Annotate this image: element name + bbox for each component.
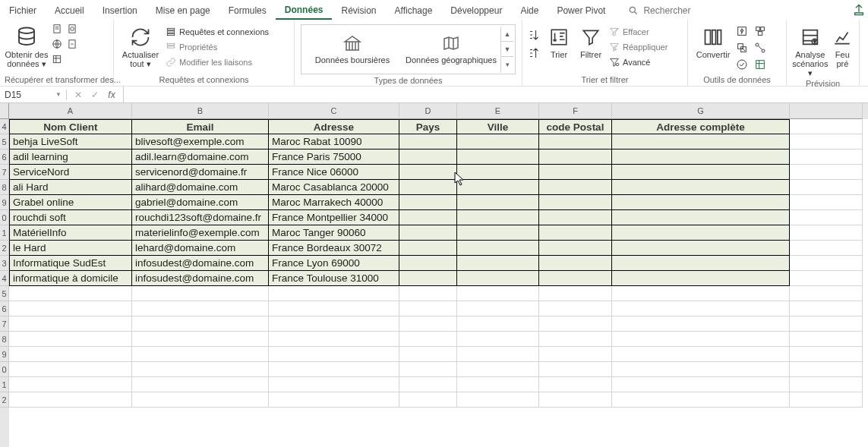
cell[interactable] xyxy=(539,332,612,347)
filter-button[interactable]: Filtrer xyxy=(576,21,606,59)
row-header[interactable]: 4 xyxy=(0,119,9,134)
cell[interactable] xyxy=(539,241,612,256)
cell[interactable] xyxy=(539,392,612,408)
row-header[interactable]: 0 xyxy=(0,210,9,225)
cell[interactable]: France Bordeaux 30072 xyxy=(269,241,399,256)
cell[interactable] xyxy=(9,301,132,316)
row-header[interactable]: 8 xyxy=(0,332,9,347)
relationships-button[interactable] xyxy=(753,41,767,55)
cell[interactable] xyxy=(457,392,539,408)
cell[interactable] xyxy=(457,377,539,392)
cell[interactable] xyxy=(399,225,457,241)
share-icon[interactable] xyxy=(853,4,865,18)
cell[interactable] xyxy=(539,286,612,301)
cell[interactable] xyxy=(457,362,539,377)
table-header-cell[interactable]: Nom Client xyxy=(9,119,132,134)
row-header[interactable]: 2 xyxy=(0,241,9,256)
cell[interactable] xyxy=(457,165,539,180)
cell[interactable] xyxy=(612,165,790,180)
cell[interactable] xyxy=(399,150,457,165)
cell[interactable] xyxy=(269,316,399,332)
cell[interactable] xyxy=(612,271,790,286)
row-header[interactable]: 3 xyxy=(0,256,9,271)
cell[interactable]: Maroc Casablanca 20000 xyxy=(269,180,399,195)
reapply-button[interactable]: Réappliquer xyxy=(608,41,669,53)
cell[interactable] xyxy=(539,134,612,150)
tab-insertion[interactable]: Insertion xyxy=(93,2,147,19)
data-model-button[interactable] xyxy=(753,58,767,71)
cell[interactable]: rouchdi123soft@domaine.fr xyxy=(132,210,269,225)
search-input[interactable] xyxy=(643,5,719,16)
gallery-more-icon[interactable]: ▾ xyxy=(501,57,513,72)
cell[interactable] xyxy=(539,377,612,392)
cell[interactable]: MatérielInfo xyxy=(9,225,132,241)
cell[interactable] xyxy=(399,271,457,286)
cell[interactable]: infosudest@domaine.com xyxy=(132,256,269,271)
tab-developpeur[interactable]: Développeur xyxy=(441,2,511,19)
cell[interactable] xyxy=(790,271,863,286)
cell[interactable] xyxy=(790,119,863,134)
cell[interactable] xyxy=(612,180,790,195)
cell[interactable] xyxy=(457,271,539,286)
refresh-all-button[interactable]: Actualiser tout ▾ xyxy=(118,21,163,68)
cell[interactable]: gabriel@domaine.com xyxy=(132,195,269,210)
cell[interactable] xyxy=(612,241,790,256)
table-header-cell[interactable]: Pays xyxy=(399,119,457,134)
cell[interactable] xyxy=(457,286,539,301)
cell[interactable] xyxy=(457,241,539,256)
cell[interactable]: Maroc Tanger 90060 xyxy=(269,225,399,241)
col-header[interactable]: B xyxy=(132,103,269,119)
cell[interactable] xyxy=(790,195,863,210)
row-header[interactable]: 4 xyxy=(0,271,9,286)
cell[interactable] xyxy=(457,225,539,241)
table-header-cell[interactable]: Ville xyxy=(457,119,539,134)
cell[interactable] xyxy=(539,195,612,210)
cell[interactable] xyxy=(132,362,269,377)
recent-sources-button[interactable] xyxy=(65,23,79,35)
cell[interactable] xyxy=(457,195,539,210)
tab-affichage[interactable]: Affichage xyxy=(386,2,442,19)
cell[interactable] xyxy=(132,316,269,332)
cell[interactable] xyxy=(539,271,612,286)
queries-connections-button[interactable]: Requêtes et connexions xyxy=(164,26,270,38)
cell[interactable]: adil.learn@domaine.com xyxy=(132,150,269,165)
cell[interactable] xyxy=(612,332,790,347)
cell[interactable] xyxy=(399,301,457,316)
tell-me-search[interactable] xyxy=(628,5,719,16)
cell[interactable] xyxy=(457,301,539,316)
tab-power-pivot[interactable]: Power Pivot xyxy=(548,2,614,19)
cell[interactable] xyxy=(269,332,399,347)
existing-conn-button[interactable] xyxy=(65,38,79,50)
cell[interactable] xyxy=(539,225,612,241)
cell[interactable] xyxy=(457,150,539,165)
cell[interactable] xyxy=(612,286,790,301)
cell[interactable] xyxy=(612,362,790,377)
row-header[interactable]: 0 xyxy=(0,362,9,377)
convert-button[interactable]: Convertir xyxy=(693,21,734,59)
cell[interactable]: alihard@domaine.com xyxy=(132,180,269,195)
gallery-up-icon[interactable]: ▲ xyxy=(501,27,513,42)
cell[interactable] xyxy=(539,165,612,180)
flash-fill-button[interactable] xyxy=(735,24,749,38)
cell[interactable]: France Toulouse 31000 xyxy=(269,271,399,286)
cell[interactable]: Maroc Rabat 10090 xyxy=(269,134,399,150)
cell[interactable] xyxy=(457,180,539,195)
select-all-corner[interactable] xyxy=(0,103,9,119)
col-header[interactable]: A xyxy=(9,103,132,119)
col-header[interactable]: E xyxy=(457,103,539,119)
from-table-button[interactable] xyxy=(50,53,64,65)
row-header[interactable]: 6 xyxy=(0,150,9,165)
data-validation-button[interactable] xyxy=(735,58,749,71)
consolidate-button[interactable] xyxy=(753,24,767,38)
cell[interactable]: le Hard xyxy=(9,241,132,256)
name-box[interactable]: D15▼ xyxy=(0,90,67,100)
from-web-button[interactable] xyxy=(50,38,64,50)
col-header[interactable]: D xyxy=(399,103,457,119)
remove-duplicates-button[interactable] xyxy=(735,41,749,55)
sort-desc-button[interactable] xyxy=(527,44,542,62)
cell[interactable] xyxy=(9,316,132,332)
cell[interactable]: servicenord@domaine.fr xyxy=(132,165,269,180)
gallery-down-icon[interactable]: ▼ xyxy=(501,42,513,57)
cell[interactable]: infosudest@domaine.com xyxy=(132,271,269,286)
cell[interactable] xyxy=(790,134,863,150)
